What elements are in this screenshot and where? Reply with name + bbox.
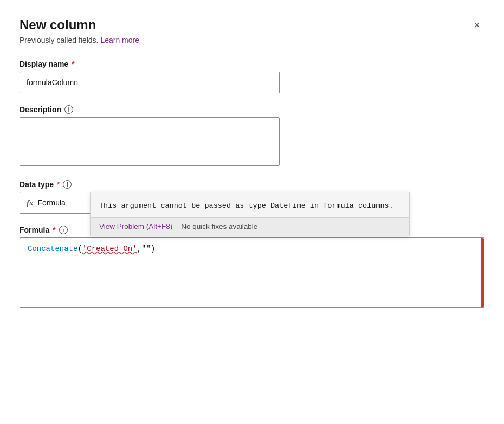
no-quick-fixes-text: No quick fixes available <box>181 222 257 230</box>
data-type-required: * <box>57 180 60 189</box>
display-name-required: * <box>72 60 74 68</box>
error-bar <box>481 238 484 307</box>
data-type-label: Data type * i <box>20 180 484 189</box>
new-column-dialog: New column × Previously called fields. L… <box>0 0 504 424</box>
data-type-container: fx Formula This argument cannot be passe… <box>20 192 484 214</box>
formula-editor-content: Concatenate('Created On',"") <box>28 243 476 255</box>
formula-fx-icon: fx <box>27 198 34 208</box>
formula-group: Formula * i Concatenate('Created On',"") <box>20 226 484 308</box>
error-tooltip-message: This argument cannot be passed as type D… <box>91 192 409 217</box>
display-name-input[interactable] <box>20 72 280 93</box>
data-type-group: Data type * i fx Formula This argument c… <box>20 180 484 214</box>
dialog-title: New column <box>20 17 96 33</box>
formula-required: * <box>53 226 55 234</box>
view-problem-link[interactable]: View Problem (Alt+F8) <box>99 222 172 230</box>
dialog-header: New column × <box>20 17 484 33</box>
error-tooltip: This argument cannot be passed as type D… <box>90 192 410 236</box>
description-input[interactable] <box>20 117 280 166</box>
description-group: Description i <box>20 105 484 168</box>
close-button[interactable]: × <box>469 17 484 33</box>
learn-more-link[interactable]: Learn more <box>100 36 139 44</box>
formula-editor[interactable]: Concatenate('Created On',"") <box>20 237 484 308</box>
data-type-info-icon: i <box>63 180 72 189</box>
display-name-group: Display name * <box>20 60 484 93</box>
formula-info-icon: i <box>59 226 68 234</box>
dialog-subtitle: Previously called fields. Learn more <box>20 36 484 44</box>
display-name-label: Display name * <box>20 60 484 68</box>
description-label: Description i <box>20 105 484 114</box>
description-info-icon: i <box>64 105 73 114</box>
error-tooltip-actions: View Problem (Alt+F8) No quick fixes ava… <box>91 217 409 236</box>
